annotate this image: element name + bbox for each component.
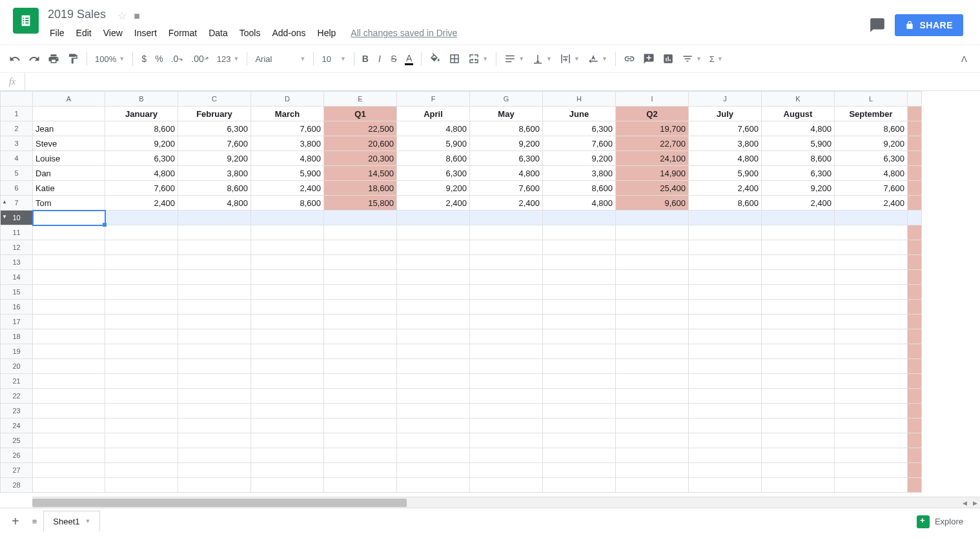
cell-D27[interactable] <box>251 463 324 478</box>
row-header-23[interactable]: 23 <box>1 404 33 418</box>
cell-E5[interactable]: 14,500 <box>324 166 397 181</box>
cell-L23[interactable] <box>835 404 908 418</box>
cell-F1[interactable]: April <box>397 107 470 121</box>
cell-E6[interactable]: 18,600 <box>324 181 397 196</box>
cell-L3[interactable]: 9,200 <box>835 136 908 151</box>
cell-L15[interactable] <box>835 285 908 300</box>
cell-C1[interactable]: February <box>178 107 251 121</box>
cell-G20[interactable] <box>470 359 543 374</box>
cell-K22[interactable] <box>762 389 835 404</box>
cell-L13[interactable] <box>835 255 908 270</box>
col-header-I[interactable]: I <box>616 92 689 107</box>
row-header-4[interactable]: 4 <box>1 151 33 166</box>
cell-I14[interactable] <box>616 270 689 285</box>
cell-B21[interactable] <box>105 374 178 389</box>
cell-H27[interactable] <box>543 463 616 478</box>
cell-L6[interactable]: 7,600 <box>835 181 908 196</box>
row-header-27[interactable]: 27 <box>1 463 33 478</box>
col-header-L[interactable]: L <box>835 92 908 107</box>
col-header-A[interactable]: A <box>33 92 105 107</box>
cell-A28[interactable] <box>33 478 105 493</box>
cell-E22[interactable] <box>324 389 397 404</box>
cell-J18[interactable] <box>689 329 762 344</box>
cell-E23[interactable] <box>324 404 397 418</box>
currency-button[interactable]: $ <box>137 50 151 68</box>
cell-G14[interactable] <box>470 270 543 285</box>
cell-A23[interactable] <box>33 404 105 418</box>
cell-K1[interactable]: August <box>762 107 835 121</box>
cell-A10[interactable] <box>33 211 105 225</box>
cell-E15[interactable] <box>324 285 397 300</box>
cell-I15[interactable] <box>616 285 689 300</box>
cell-E1[interactable]: Q1 <box>324 107 397 121</box>
cell-A27[interactable] <box>33 463 105 478</box>
cell-G18[interactable] <box>470 329 543 344</box>
cell-F24[interactable] <box>397 418 470 433</box>
cell-H21[interactable] <box>543 374 616 389</box>
cell-H11[interactable] <box>543 225 616 240</box>
cell-C26[interactable] <box>178 448 251 463</box>
col-header-H[interactable]: H <box>543 92 616 107</box>
cell-E10[interactable] <box>324 211 397 225</box>
cell-E21[interactable] <box>324 374 397 389</box>
cell-A7[interactable]: Tom <box>33 196 105 211</box>
cell-H23[interactable] <box>543 404 616 418</box>
cell-I22[interactable] <box>616 389 689 404</box>
document-title[interactable]: 2019 Sales <box>44 5 110 23</box>
cell-C23[interactable] <box>178 404 251 418</box>
cell-G11[interactable] <box>470 225 543 240</box>
cell-D19[interactable] <box>251 344 324 359</box>
explore-button[interactable]: Explore <box>905 510 975 533</box>
cell-K28[interactable] <box>762 478 835 493</box>
cell-B4[interactable]: 6,300 <box>105 151 178 166</box>
cell-L22[interactable] <box>835 389 908 404</box>
cell-K26[interactable] <box>762 448 835 463</box>
cell-C21[interactable] <box>178 374 251 389</box>
cell-G7[interactable]: 2,400 <box>470 196 543 211</box>
cell-E27[interactable] <box>324 463 397 478</box>
cell-H7[interactable]: 4,800 <box>543 196 616 211</box>
cell-E13[interactable] <box>324 255 397 270</box>
insert-chart-button[interactable] <box>658 49 678 68</box>
cell-K12[interactable] <box>762 240 835 255</box>
cell-D22[interactable] <box>251 389 324 404</box>
cell-H20[interactable] <box>543 359 616 374</box>
cell-D18[interactable] <box>251 329 324 344</box>
formula-input[interactable] <box>25 73 980 90</box>
cell-J26[interactable] <box>689 448 762 463</box>
cell-A19[interactable] <box>33 344 105 359</box>
row-header-24[interactable]: 24 <box>1 418 33 433</box>
cell-G27[interactable] <box>470 463 543 478</box>
cell-L14[interactable] <box>835 270 908 285</box>
cell-L27[interactable] <box>835 463 908 478</box>
cell-C13[interactable] <box>178 255 251 270</box>
sheet-tab-caret-icon[interactable]: ▼ <box>85 518 90 524</box>
cell-C27[interactable] <box>178 463 251 478</box>
spreadsheet-grid[interactable]: ABCDEFGHIJKL1JanuaryFebruaryMarchQ1April… <box>0 91 980 508</box>
cell-F17[interactable] <box>397 315 470 329</box>
cell-F4[interactable]: 8,600 <box>397 151 470 166</box>
cell-L28[interactable] <box>835 478 908 493</box>
cell-B25[interactable] <box>105 433 178 448</box>
text-rotation-button[interactable]: ▼ <box>584 50 611 67</box>
cell-A13[interactable] <box>33 255 105 270</box>
row-header-7[interactable]: 7▲ <box>1 196 33 211</box>
cell-B10[interactable] <box>105 211 178 225</box>
cell-L26[interactable] <box>835 448 908 463</box>
cell-B13[interactable] <box>105 255 178 270</box>
cell-E3[interactable]: 20,600 <box>324 136 397 151</box>
cell-G1[interactable]: May <box>470 107 543 121</box>
cell-D25[interactable] <box>251 433 324 448</box>
cell-B27[interactable] <box>105 463 178 478</box>
cell-I25[interactable] <box>616 433 689 448</box>
cell-F11[interactable] <box>397 225 470 240</box>
cell-G22[interactable] <box>470 389 543 404</box>
cell-D23[interactable] <box>251 404 324 418</box>
cell-I17[interactable] <box>616 315 689 329</box>
percent-button[interactable]: % <box>151 50 167 68</box>
col-header-E[interactable]: E <box>324 92 397 107</box>
cell-I1[interactable]: Q2 <box>616 107 689 121</box>
scrollbar-thumb[interactable] <box>32 499 407 507</box>
cell-K3[interactable]: 5,900 <box>762 136 835 151</box>
cell-A3[interactable]: Steve <box>33 136 105 151</box>
